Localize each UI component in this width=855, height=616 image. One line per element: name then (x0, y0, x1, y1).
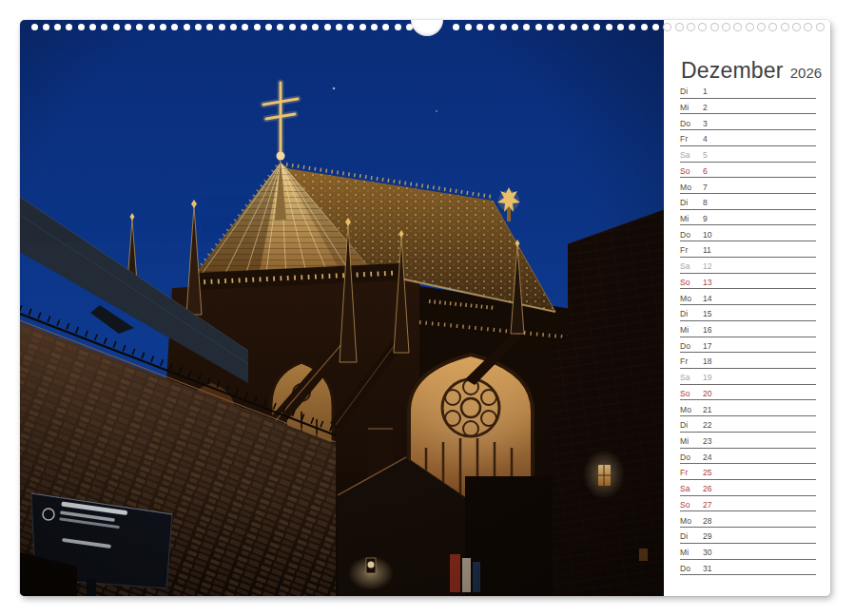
date-number: 31 (703, 565, 711, 573)
calendar-page: Dezember 2026 Di1Mi2Do3Fr4Sa5So6Mo7Di8Mi… (20, 20, 830, 596)
date-number: 11 (703, 246, 711, 255)
weekday-label: Mi (680, 549, 703, 557)
year-label: 2026 (790, 65, 822, 81)
weekday-label: Sa (680, 151, 703, 160)
binding-hole (289, 24, 296, 30)
binding-hole (652, 24, 659, 30)
binding-hole (641, 24, 648, 30)
binding-hole (136, 24, 143, 30)
weekday-label: Mi (680, 326, 703, 335)
date-number: 6 (703, 167, 708, 176)
day-row: Sa19 (680, 369, 816, 385)
day-row: Do17 (680, 337, 816, 354)
binding-hole (758, 24, 765, 30)
weekday-label: Fr (680, 135, 703, 144)
date-number: 10 (703, 231, 711, 240)
day-row: Di29 (680, 528, 816, 544)
binding-hole (500, 24, 507, 30)
date-number: 15 (703, 310, 711, 318)
date-number: 13 (703, 279, 711, 287)
weekday-label: Sa (680, 485, 703, 493)
binding-hole (89, 24, 96, 30)
weekday-label: Do (680, 565, 703, 573)
weekday-label: Do (680, 342, 703, 351)
day-row: Mi16 (680, 321, 816, 337)
date-number: 17 (703, 342, 711, 351)
date-number: 9 (703, 215, 708, 223)
binding-hole (664, 24, 670, 30)
day-row: Mo7 (680, 178, 816, 194)
weekday-label: Mo (680, 183, 703, 192)
weekday-label: Mi (680, 437, 703, 446)
date-number: 29 (703, 532, 711, 541)
weekday-label: Di (680, 199, 703, 207)
binding-hole (371, 24, 378, 30)
binding-hole (184, 24, 190, 30)
binding-hole (629, 24, 635, 30)
date-number: 21 (703, 406, 711, 414)
binding-hole (606, 24, 612, 30)
weekday-label: So (680, 279, 703, 287)
weekday-label: So (680, 501, 703, 510)
binding-hole (617, 24, 624, 30)
day-row: So20 (680, 385, 816, 401)
binding-hole (54, 24, 61, 30)
binding-hole (593, 24, 600, 30)
date-number: 4 (703, 135, 708, 144)
day-row: Do3 (680, 114, 816, 130)
day-row: Do10 (680, 225, 816, 241)
day-row: Mo28 (680, 511, 816, 528)
binding-hole (547, 24, 554, 30)
weekday-label: Di (680, 310, 703, 318)
date-number: 22 (703, 421, 711, 430)
binding-hole (359, 24, 366, 30)
weekday-label: Di (680, 532, 703, 541)
weekday-label: Di (680, 87, 703, 96)
binding-hole (312, 24, 319, 30)
day-row: Fr4 (680, 130, 816, 146)
binding-hole (254, 24, 261, 30)
binding-hole (782, 24, 788, 30)
day-row: Fr11 (680, 241, 816, 258)
binding-hole (242, 24, 248, 30)
day-row: Mi30 (680, 544, 816, 560)
day-row: So6 (680, 163, 816, 179)
day-row: Fr18 (680, 353, 816, 369)
day-row: Fr25 (680, 464, 816, 480)
date-number: 26 (703, 485, 711, 493)
day-row: Do24 (680, 449, 816, 465)
date-number: 1 (703, 87, 708, 96)
binding-hole (488, 24, 495, 30)
weekday-label: Do (680, 120, 703, 128)
day-row: Do31 (680, 560, 816, 576)
date-number: 7 (703, 183, 708, 192)
binding-hole (171, 24, 178, 30)
weekday-label: Sa (680, 262, 703, 271)
binding-hole (336, 24, 342, 30)
binding-hole (535, 24, 542, 30)
date-number: 14 (703, 295, 711, 303)
weekday-label: Sa (680, 374, 703, 382)
day-row: Mo14 (680, 289, 816, 305)
weekday-label: So (680, 167, 703, 176)
date-number: 30 (703, 549, 711, 557)
date-number: 12 (703, 262, 711, 271)
date-number: 27 (703, 501, 711, 510)
binding-hole (582, 24, 589, 30)
binding-hole (113, 24, 120, 30)
binding-hole (101, 24, 107, 30)
day-row: Di8 (680, 194, 816, 210)
binding-hole (476, 24, 483, 30)
binding-hole (148, 24, 155, 30)
binding-hole (125, 24, 131, 30)
binding-hole (277, 24, 283, 30)
weekday-label: Fr (680, 469, 703, 477)
day-row: Di22 (680, 416, 816, 433)
binding-hole (43, 24, 49, 30)
date-number: 8 (703, 199, 708, 207)
binding-hole (395, 24, 401, 30)
weekday-label: Mo (680, 406, 703, 414)
binding-hole (453, 24, 459, 30)
date-number: 16 (703, 326, 711, 335)
weekday-label: Do (680, 231, 703, 240)
